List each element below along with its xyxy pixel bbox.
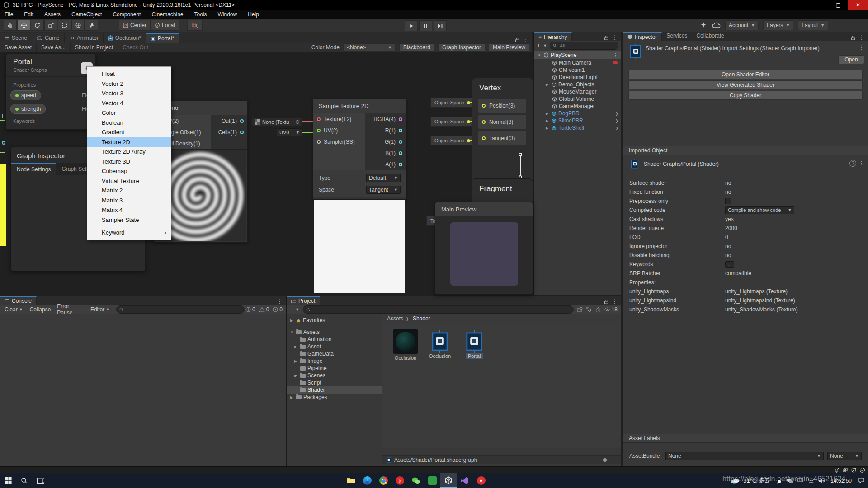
inspector-lock-icon[interactable] xyxy=(851,35,855,40)
preferences-sparkle-icon[interactable] xyxy=(700,22,707,29)
menu-item-samplerstate[interactable]: Sampler State xyxy=(87,215,171,225)
menu-item-texture3d[interactable]: Texture 3D xyxy=(87,157,171,167)
clock[interactable]: 14:52:50 xyxy=(830,478,852,484)
console-log-area[interactable] xyxy=(0,314,286,466)
object-space-chip-2[interactable]: Object Space xyxy=(430,117,474,127)
show-in-project-button[interactable]: Show In Project xyxy=(71,43,118,52)
close-button[interactable]: ✕ xyxy=(848,0,868,10)
netease-music-icon[interactable]: ♪ xyxy=(392,473,408,488)
view-generated-shader-button[interactable]: View Generated Shader xyxy=(628,80,863,89)
color-mode-dropdown[interactable]: <None>▼ xyxy=(343,43,396,52)
hierarchy-item[interactable]: Main Camera xyxy=(534,59,621,66)
main-preview-toggle-button[interactable]: Main Preview xyxy=(489,43,529,52)
tab-inspector[interactable]: Inspector xyxy=(623,32,662,41)
tab-node-settings[interactable]: Node Settings xyxy=(11,163,56,175)
blackboard-toggle-button[interactable]: Blackboard xyxy=(399,43,434,52)
grid-snap-icon[interactable] xyxy=(187,20,203,31)
save-search-icon[interactable] xyxy=(595,307,601,312)
help-icon[interactable]: ? xyxy=(849,160,856,167)
rect-tool-icon[interactable] xyxy=(58,20,71,31)
blackboard-window[interactable]: Portal Shader Graphs + Properties speed … xyxy=(6,54,96,130)
sample-texture-2d-node[interactable]: Sample Texture 2D Texture(T2) UV(2) Samp… xyxy=(313,99,406,200)
save-asset-button[interactable]: Save Asset xyxy=(0,43,37,52)
menu-item-texture2darray[interactable]: Texture 2D Array xyxy=(87,147,171,157)
object-picker-icon[interactable] xyxy=(295,120,300,124)
vertex-block[interactable]: Vertex Position(3) Normal(3) Tangent(3) xyxy=(472,78,533,192)
tree-folder-row[interactable]: Animation xyxy=(287,336,382,343)
hierarchy-item[interactable]: Global Volume xyxy=(534,95,621,103)
custom-tool-icon[interactable] xyxy=(85,20,98,31)
sample-rgba-port[interactable] xyxy=(399,117,402,121)
hierarchy-item[interactable]: ▶ Demo_Objects xyxy=(534,81,621,88)
sample-r-port[interactable] xyxy=(399,129,402,132)
console-menu-icon[interactable]: ⋮ xyxy=(277,298,283,305)
pivot-local-button[interactable]: Local xyxy=(151,20,179,31)
tree-folder-row[interactable]: Pipeline xyxy=(287,365,382,372)
tab-animator[interactable]: Animator xyxy=(65,33,104,43)
tree-assets-row[interactable]: ▼Assets xyxy=(287,328,382,336)
taskbar-search-icon[interactable] xyxy=(16,473,33,488)
menu-item-matrix2[interactable]: Matrix 2 xyxy=(87,186,171,196)
layout-dropdown[interactable]: Layout▼ xyxy=(798,20,828,30)
tab-hierarchy[interactable]: ≡Hierarchy xyxy=(534,32,572,41)
console-search-field[interactable] xyxy=(116,305,245,314)
hierarchy-item-prefab[interactable]: ▶ DogPBR ❯ xyxy=(534,110,621,117)
move-tool-icon[interactable] xyxy=(17,20,30,31)
menu-item-matrix3[interactable]: Matrix 3 xyxy=(87,196,171,206)
asset-item-portal-shadergraph[interactable]: Portal xyxy=(461,329,487,448)
lock-icon[interactable] xyxy=(515,38,519,42)
tree-folder-row-selected[interactable]: Shader xyxy=(287,386,382,394)
activity-ok-icon[interactable] xyxy=(859,467,865,473)
tab-services[interactable]: Services xyxy=(662,31,692,41)
prefab-open-arrow[interactable]: ❯ xyxy=(615,112,619,116)
hierarchy-item[interactable]: GameManager xyxy=(534,103,621,110)
tray-wechat-icon[interactable] xyxy=(787,478,793,483)
tree-folder-row[interactable]: ▶Scenes xyxy=(287,372,382,379)
vertex-normal-port[interactable] xyxy=(482,120,486,124)
menu-item-boolean[interactable]: Boolean xyxy=(87,118,171,128)
asset-grid[interactable]: Occlusion Occlusion Portal xyxy=(382,323,621,448)
tab-collaborate[interactable]: Collaborate xyxy=(692,31,728,41)
menu-item-texture2d[interactable]: Texture 2D xyxy=(87,137,171,147)
tree-folder-row[interactable]: ▶Image xyxy=(287,357,382,365)
voronoi-cells-port[interactable] xyxy=(240,131,244,134)
menu-window[interactable]: Window xyxy=(218,11,237,18)
play-button[interactable] xyxy=(405,20,418,31)
hierarchy-item-prefab[interactable]: ▶ TurtleShell ❯ xyxy=(534,124,621,131)
console-clear-button[interactable]: Clear▼ xyxy=(2,306,26,313)
property-speed-pill[interactable]: speed xyxy=(10,90,41,100)
console-search-input[interactable] xyxy=(126,306,241,313)
preview-disabled-icon[interactable] xyxy=(851,467,857,473)
open-shader-editor-button[interactable]: Open Shader Editor xyxy=(628,70,863,79)
compile-and-show-code-button[interactable]: Compile and show code▼ xyxy=(725,206,794,214)
console-error-pause-button[interactable]: Error Pause xyxy=(54,303,87,316)
minimize-button[interactable]: ─ xyxy=(808,0,828,10)
hierarchy-item[interactable]: Directional Light xyxy=(534,74,621,81)
importer-menu-icon[interactable]: ⋮ xyxy=(859,44,864,51)
menu-tools[interactable]: Tools xyxy=(194,11,207,18)
console-info-count[interactable]: 0 xyxy=(245,306,255,313)
vertex-tangent-port[interactable] xyxy=(482,136,486,140)
texture-object-field[interactable]: None (Textu xyxy=(252,118,302,126)
unity-taskbar-icon[interactable] xyxy=(440,473,457,488)
menu-gameobject[interactable]: GameObject xyxy=(71,11,102,18)
favorites-row[interactable]: ▶ Favorites xyxy=(287,317,382,324)
copy-shader-button[interactable]: Copy Shader xyxy=(628,91,863,100)
menu-item-gradient[interactable]: Gradient xyxy=(87,127,171,137)
notifications-muted-icon[interactable] xyxy=(834,467,840,473)
tray-volume-icon[interactable] xyxy=(819,478,825,483)
tray-laptop-icon[interactable] xyxy=(797,478,804,483)
weather-widget[interactable]: 31°C 多云 xyxy=(731,477,770,484)
hierarchy-search-input[interactable] xyxy=(559,42,615,49)
menu-item-matrix4[interactable]: Matrix 4 xyxy=(87,205,171,215)
sample-space-dropdown[interactable]: Tangent▼ xyxy=(366,186,401,194)
assetbundle-dropdown[interactable]: None▼ xyxy=(665,452,824,460)
menu-item-color[interactable]: Color xyxy=(87,108,171,118)
tab-console[interactable]: Console xyxy=(0,296,37,305)
prefab-open-arrow[interactable]: ❯ xyxy=(615,126,619,130)
zoom-slider[interactable] xyxy=(599,460,618,460)
account-dropdown[interactable]: Account▼ xyxy=(725,20,759,30)
hierarchy-lock-icon[interactable] xyxy=(604,35,609,40)
transform-tool-icon[interactable] xyxy=(71,20,85,31)
maximize-button[interactable]: ▢ xyxy=(828,0,848,10)
